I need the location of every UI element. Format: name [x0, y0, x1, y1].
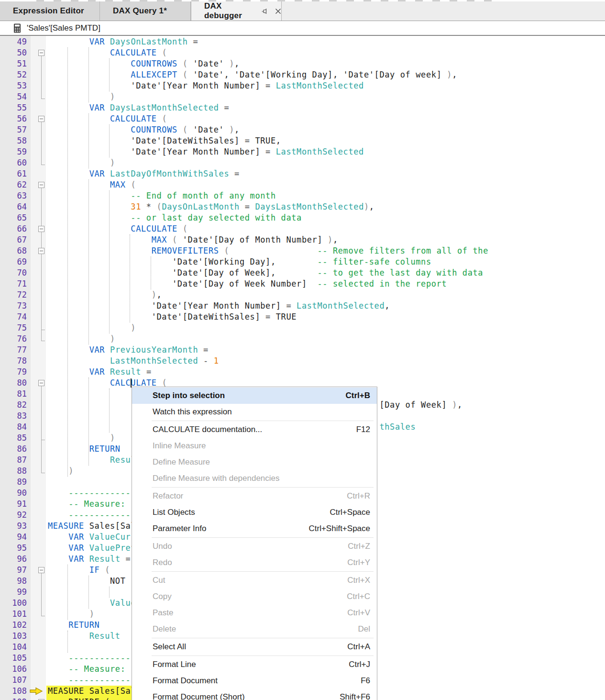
code-line[interactable]: DIVIDE (	[48, 697, 110, 700]
code-line[interactable]: -- or last day selected with data	[48, 212, 302, 223]
code-line[interactable]: VAR DaysLastMonthSelected =	[48, 102, 229, 113]
fold-collapse-icon[interactable]	[38, 116, 44, 122]
fold-collapse-icon[interactable]	[38, 182, 44, 188]
menu-item-label: Watch this expression	[153, 404, 370, 420]
menu-item-watch-this-expression[interactable]: Watch this expression	[132, 404, 377, 420]
code-line[interactable]: 'Date'[Day of Week], -- to get the last …	[48, 267, 483, 278]
menu-item-label: Paste	[153, 605, 347, 621]
code-line[interactable]: 'Date'[DateWithSales] = TRUE,	[48, 135, 281, 146]
menu-item-shortcut: Ctrl+Z	[348, 538, 370, 555]
menu-item-label: Inline Measure	[153, 438, 370, 454]
code-line[interactable]: Result	[48, 455, 141, 466]
menu-item-shortcut: Ctrl+A	[347, 639, 370, 655]
fold-collapse-icon[interactable]	[38, 248, 44, 254]
code-line[interactable]: Value	[48, 598, 136, 609]
code-line[interactable]: 'Date'[Year Month Number] = LastMonthSel…	[48, 300, 390, 311]
code-line[interactable]: )	[48, 609, 95, 620]
line-number: 108	[0, 686, 27, 697]
pin-icon[interactable]	[261, 8, 268, 15]
menu-item-shortcut: Ctrl+Y	[347, 555, 370, 571]
fold-collapse-icon[interactable]	[38, 226, 44, 232]
code-line[interactable]: CALCULATE (	[48, 113, 167, 124]
fold-end-tick	[41, 99, 45, 99]
code-line[interactable]: VAR ValuePrevi	[48, 543, 141, 554]
code-line[interactable]: ALLEXCEPT ( 'Date', 'Date'[Working Day],…	[48, 69, 457, 80]
menu-item-format-line[interactable]: Format LineCtrl+J	[132, 656, 377, 673]
menu-item-label: Format Line	[153, 656, 349, 673]
line-number: 71	[0, 278, 27, 289]
line-number: 50	[0, 47, 27, 58]
close-icon[interactable]	[275, 8, 281, 14]
fold-collapse-icon[interactable]	[38, 567, 44, 573]
code-line[interactable]: VAR DaysOnLastMonth =	[48, 36, 198, 47]
code-line[interactable]: NOT	[48, 576, 131, 587]
code-line[interactable]: Result	[48, 631, 121, 642]
code-line[interactable]: RETURN	[48, 620, 99, 631]
menu-item-shortcut: Ctrl+Space	[330, 504, 370, 521]
menu-separator	[152, 537, 374, 538]
menu-item-format-document-short[interactable]: Format Document (Short)Shift+F6	[132, 689, 377, 700]
code-line[interactable]: ),	[48, 289, 162, 300]
tab-expression-editor[interactable]: Expression Editor	[0, 1, 100, 21]
tab-dax-debugger[interactable]: DAX debugger	[191, 1, 282, 21]
tab-bar: Expression EditorDAX Query 1*DAX debugge…	[0, 1, 605, 21]
code-line[interactable]: )	[48, 333, 115, 344]
code-line[interactable]: MEASURE Sales[Sale	[48, 686, 141, 697]
code-line[interactable]: 'Date'[Day of Week Number] -- selected i…	[48, 278, 447, 289]
code-line[interactable]: VAR Result =	[48, 554, 131, 565]
code-line[interactable]: VAR Result =	[48, 367, 152, 378]
code-line[interactable]: REMOVEFILTERS ( -- Remove filters from a…	[48, 245, 488, 256]
tab-label: DAX debugger	[204, 1, 254, 21]
breadcrumb: 'Sales'[Sales PMTD]	[27, 23, 100, 33]
code-line[interactable]: 'Date'[Year Month Number] = LastMonthSel…	[48, 80, 364, 91]
code-line[interactable]: RETURN	[48, 444, 121, 455]
tab-label: DAX Query 1*	[113, 6, 167, 16]
line-number: 77	[0, 344, 27, 356]
menu-item-parameter-info[interactable]: Parameter InfoCtrl+Shift+Space	[132, 521, 377, 537]
code-line[interactable]: COUNTROWS ( 'Date' ),	[48, 58, 240, 69]
code-line[interactable]: )	[48, 322, 136, 333]
menu-item-select-all[interactable]: Select AllCtrl+A	[132, 639, 377, 655]
code-line[interactable]: )	[48, 433, 115, 444]
code-line[interactable]: 31 * (DaysOnLastMonth = DaysLastMonthSel…	[48, 201, 374, 212]
fold-collapse-icon[interactable]	[38, 50, 44, 56]
code-line[interactable]: VAR PreviousYearMonth =	[48, 344, 209, 356]
menu-item-label: Format Document (Short)	[153, 689, 340, 700]
line-number: 59	[0, 146, 27, 157]
breadcrumb-bar: 'Sales'[Sales PMTD]	[0, 21, 605, 36]
code-line[interactable]: MEASURE Sales[Sale	[48, 521, 141, 532]
code-line[interactable]: )	[48, 91, 115, 102]
code-line[interactable]: -- End of month of any month	[48, 190, 276, 201]
line-number: 80	[0, 378, 27, 389]
menu-item-calculate-documentation[interactable]: CALCULATE documentation...F12	[132, 422, 377, 438]
line-number: 83	[0, 411, 27, 422]
code-line[interactable]: CALCULATE (	[48, 223, 188, 234]
code-line[interactable]: CALCULATE (	[48, 47, 167, 58]
line-number: 81	[0, 389, 27, 400]
code-line[interactable]: MAX (	[48, 179, 136, 190]
code-line[interactable]: COUNTROWS ( 'Date' ),	[48, 124, 240, 135]
fold-end-tick	[41, 616, 45, 616]
code-line[interactable]: MAX ( 'Date'[Day of Month Number] ),	[48, 234, 338, 245]
code-line[interactable]: 'Date'[Year Month Number] = LastMonthSel…	[48, 146, 364, 157]
menu-item-shortcut: Ctrl+C	[347, 589, 370, 605]
menu-separator	[152, 638, 374, 638]
code-line[interactable]: VAR ValueCurre	[48, 532, 141, 543]
menu-item-refactor: RefactorCtrl+R	[132, 488, 377, 504]
code-line[interactable]: LastMonthSelected - 1	[48, 356, 219, 367]
menu-item-label: Select All	[153, 639, 347, 655]
menu-item-format-document[interactable]: Format DocumentF6	[132, 673, 377, 689]
menu-item-list-objects[interactable]: List ObjectsCtrl+Space	[132, 504, 377, 521]
code-line[interactable]: VAR LastDayOfMonthWithSales =	[48, 168, 240, 179]
code-line[interactable]: IF (	[48, 565, 110, 576]
menu-item-step-into-selection[interactable]: Step into selectionCtrl+B	[132, 388, 377, 404]
line-number: 90	[0, 488, 27, 499]
code-line[interactable]: )	[48, 466, 74, 477]
menu-separator	[152, 487, 374, 488]
code-line[interactable]: 'Date'[DateWithSales] = TRUE	[48, 311, 297, 322]
tab-dax-query-1[interactable]: DAX Query 1*	[100, 1, 191, 21]
code-line[interactable]: )	[48, 157, 115, 168]
code-line[interactable]: 'Date'[Working Day], -- filter-safe colu…	[48, 256, 431, 267]
menu-item-cut: CutCtrl+X	[132, 572, 377, 589]
fold-collapse-icon[interactable]	[38, 380, 44, 386]
